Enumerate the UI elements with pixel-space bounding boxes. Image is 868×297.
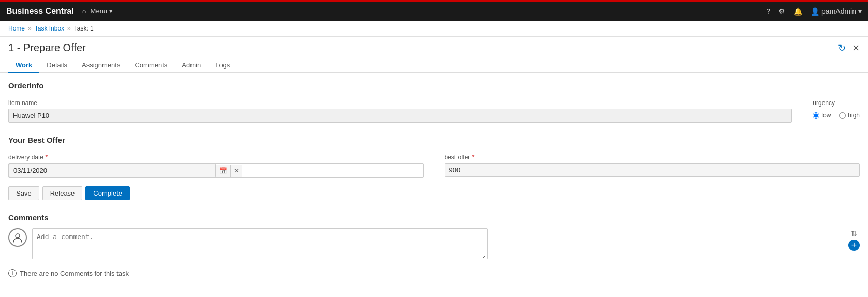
tab-admin[interactable]: Admin	[174, 58, 208, 73]
tab-assignments[interactable]: Assignments	[75, 58, 127, 73]
info-icon: i	[8, 269, 17, 277]
close-icon[interactable]: ✕	[852, 42, 860, 54]
item-name-input[interactable]	[8, 109, 792, 123]
user-chevron-icon: ▾	[858, 7, 862, 16]
urgency-label: urgency	[813, 99, 860, 107]
best-offer-form-row: delivery date * 📅 ✕ best offer *	[8, 154, 860, 178]
svg-point-0	[16, 234, 20, 238]
urgency-low-text: low	[821, 112, 831, 119]
home-icon[interactable]: ⌂	[82, 7, 86, 15]
comment-textarea[interactable]	[32, 228, 488, 259]
best-offer-group: best offer *	[445, 154, 860, 178]
user-icon: 👤	[811, 7, 819, 16]
item-name-group: item name	[8, 99, 792, 123]
complete-button[interactable]: Complete	[85, 186, 130, 200]
delivery-date-group: delivery date * 📅 ✕	[8, 154, 424, 178]
menu-chevron-icon: ▾	[109, 7, 113, 15]
tab-work[interactable]: Work	[8, 58, 39, 73]
breadcrumb-current: Task: 1	[74, 25, 94, 32]
best-offer-section-title: Your Best Offer	[8, 136, 860, 146]
page-header: 1 - Prepare Offer ↻ ✕	[0, 37, 868, 54]
notifications-icon[interactable]: 🔔	[793, 7, 802, 16]
tab-comments[interactable]: Comments	[127, 58, 174, 73]
comments-section: Comments ⇅ + i There are no Comments for…	[8, 213, 860, 279]
page-header-actions: ↻ ✕	[838, 42, 860, 54]
tabs-bar: Work Details Assignments Comments Admin …	[0, 54, 868, 73]
user-name: pamAdmin	[821, 7, 856, 16]
urgency-low-label[interactable]: low	[813, 112, 831, 119]
tab-details[interactable]: Details	[39, 58, 75, 73]
save-button[interactable]: Save	[8, 186, 39, 200]
breadcrumb-task-inbox[interactable]: Task Inbox	[35, 25, 64, 32]
urgency-group: urgency low high	[813, 99, 860, 123]
section-divider-1	[8, 131, 860, 131]
urgency-high-text: high	[848, 112, 860, 119]
urgency-high-radio[interactable]	[839, 112, 846, 119]
settings-icon[interactable]: ⚙	[778, 7, 785, 16]
avatar-icon	[8, 228, 27, 247]
best-offer-label: best offer *	[445, 154, 860, 161]
breadcrumb: Home » Task Inbox » Task: 1	[0, 21, 868, 37]
user-menu[interactable]: 👤 pamAdmin ▾	[811, 7, 862, 16]
best-offer-required: *	[472, 154, 475, 161]
delivery-date-input[interactable]	[9, 164, 216, 177]
sort-icon[interactable]: ⇅	[851, 229, 857, 237]
best-offer-input[interactable]	[445, 163, 860, 177]
item-name-label: item name	[8, 99, 792, 107]
order-info-form-row: item name urgency low high	[8, 99, 860, 123]
comment-input-row: ⇅ +	[8, 228, 860, 261]
nav-actions: ? ⚙ 🔔 👤 pamAdmin ▾	[766, 7, 862, 16]
urgency-high-label[interactable]: high	[839, 112, 860, 119]
no-comments-message: i There are no Comments for this task	[8, 267, 860, 279]
breadcrumb-sep2: »	[67, 25, 71, 32]
date-clear-icon[interactable]: ✕	[230, 165, 242, 177]
brand-title: Business Central	[6, 7, 74, 16]
add-comment-button[interactable]: +	[848, 240, 860, 251]
comment-input-area	[32, 228, 843, 261]
delivery-date-required: *	[45, 154, 48, 161]
action-buttons: Save Release Complete	[8, 186, 860, 200]
help-icon[interactable]: ?	[766, 7, 770, 16]
tab-logs[interactable]: Logs	[208, 58, 237, 73]
order-info-section-title: OrderInfo	[8, 81, 860, 92]
urgency-low-radio[interactable]	[813, 112, 819, 119]
comment-actions: ⇅ +	[848, 228, 860, 251]
breadcrumb-sep1: »	[28, 25, 32, 32]
release-button[interactable]: Release	[42, 186, 83, 200]
refresh-icon[interactable]: ↻	[838, 42, 846, 54]
calendar-icon[interactable]: 📅	[216, 165, 230, 177]
section-divider-2	[8, 209, 860, 209]
delivery-date-label: delivery date *	[8, 154, 424, 161]
comments-section-title: Comments	[8, 213, 860, 222]
urgency-radio-group: low high	[813, 109, 860, 122]
delivery-date-wrapper: 📅 ✕	[8, 163, 424, 178]
top-navigation: Business Central ⌂ Menu ▾ ? ⚙ 🔔 👤 pamAdm…	[0, 0, 868, 21]
no-comments-text: There are no Comments for this task	[20, 270, 129, 277]
menu-label: Menu	[91, 7, 108, 15]
main-content: OrderInfo item name urgency low high You…	[0, 73, 868, 288]
page-title: 1 - Prepare Offer	[8, 42, 86, 54]
breadcrumb-home[interactable]: Home	[8, 25, 25, 32]
menu-button[interactable]: Menu ▾	[91, 7, 113, 15]
